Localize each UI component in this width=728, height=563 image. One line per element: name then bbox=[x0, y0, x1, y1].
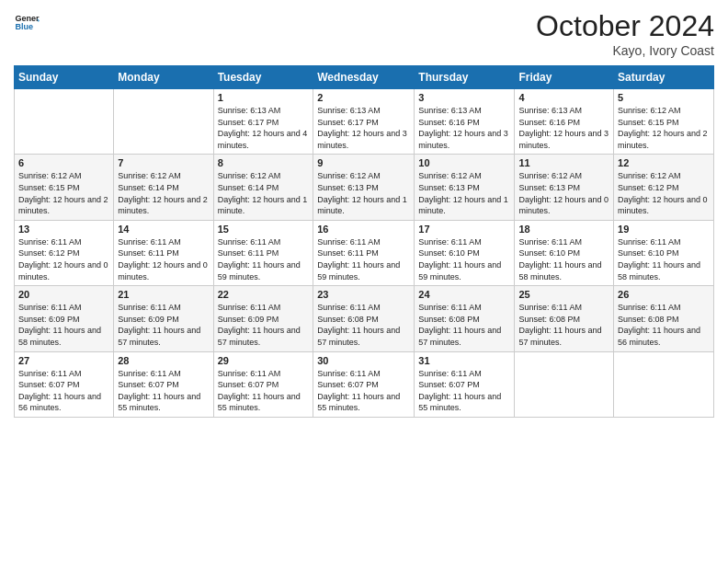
calendar-week-row: 20Sunrise: 6:11 AM Sunset: 6:09 PM Dayli… bbox=[15, 286, 714, 351]
day-info: Sunrise: 6:11 AM Sunset: 6:08 PM Dayligh… bbox=[317, 302, 410, 348]
calendar-day-cell: 27Sunrise: 6:11 AM Sunset: 6:07 PM Dayli… bbox=[15, 351, 114, 417]
day-number: 18 bbox=[518, 224, 609, 235]
calendar-day-cell: 6Sunrise: 6:12 AM Sunset: 6:15 PM Daylig… bbox=[15, 155, 114, 220]
calendar-week-row: 1Sunrise: 6:13 AM Sunset: 6:17 PM Daylig… bbox=[15, 89, 714, 155]
day-info: Sunrise: 6:11 AM Sunset: 6:08 PM Dayligh… bbox=[418, 302, 510, 348]
day-number: 19 bbox=[618, 224, 710, 235]
day-number: 30 bbox=[317, 355, 410, 366]
logo-icon: General Blue bbox=[14, 9, 40, 35]
calendar-day-cell: 28Sunrise: 6:11 AM Sunset: 6:07 PM Dayli… bbox=[114, 351, 213, 417]
calendar-day-header: Wednesday bbox=[313, 66, 415, 89]
day-number: 3 bbox=[418, 92, 510, 103]
calendar-day-cell: 19Sunrise: 6:11 AM Sunset: 6:10 PM Dayli… bbox=[614, 220, 714, 285]
day-number: 21 bbox=[118, 289, 209, 300]
day-info: Sunrise: 6:12 AM Sunset: 6:14 PM Dayligh… bbox=[218, 170, 310, 216]
day-info: Sunrise: 6:12 AM Sunset: 6:15 PM Dayligh… bbox=[618, 105, 710, 151]
calendar-day-cell: 24Sunrise: 6:11 AM Sunset: 6:08 PM Dayli… bbox=[415, 286, 515, 351]
day-info: Sunrise: 6:11 AM Sunset: 6:10 PM Dayligh… bbox=[618, 236, 710, 282]
day-info: Sunrise: 6:11 AM Sunset: 6:07 PM Dayligh… bbox=[18, 368, 109, 414]
day-number: 22 bbox=[218, 289, 310, 300]
calendar-day-cell: 2Sunrise: 6:13 AM Sunset: 6:17 PM Daylig… bbox=[313, 89, 415, 155]
day-info: Sunrise: 6:12 AM Sunset: 6:15 PM Dayligh… bbox=[18, 170, 109, 216]
day-info: Sunrise: 6:11 AM Sunset: 6:11 PM Dayligh… bbox=[118, 236, 209, 282]
logo: General Blue bbox=[14, 9, 40, 35]
page: General Blue October 2024 Kayo, Ivory Co… bbox=[0, 0, 728, 563]
calendar-day-header: Sunday bbox=[15, 66, 114, 89]
calendar-day-cell: 22Sunrise: 6:11 AM Sunset: 6:09 PM Dayli… bbox=[213, 286, 313, 351]
calendar-day-cell: 13Sunrise: 6:11 AM Sunset: 6:12 PM Dayli… bbox=[15, 220, 114, 285]
day-info: Sunrise: 6:12 AM Sunset: 6:13 PM Dayligh… bbox=[418, 170, 510, 216]
calendar-day-header: Monday bbox=[114, 66, 213, 89]
day-number: 11 bbox=[518, 157, 609, 168]
day-info: Sunrise: 6:11 AM Sunset: 6:09 PM Dayligh… bbox=[118, 302, 209, 348]
calendar-day-cell: 5Sunrise: 6:12 AM Sunset: 6:15 PM Daylig… bbox=[614, 89, 714, 155]
day-number: 7 bbox=[118, 157, 209, 168]
month-title: October 2024 bbox=[536, 9, 714, 43]
day-number: 24 bbox=[418, 289, 510, 300]
calendar-header-row: SundayMondayTuesdayWednesdayThursdayFrid… bbox=[15, 66, 714, 89]
day-number: 27 bbox=[18, 355, 109, 366]
day-number: 17 bbox=[418, 224, 510, 235]
calendar-day-cell bbox=[15, 89, 114, 155]
day-number: 13 bbox=[18, 224, 109, 235]
calendar-day-cell: 12Sunrise: 6:12 AM Sunset: 6:12 PM Dayli… bbox=[614, 155, 714, 220]
day-info: Sunrise: 6:11 AM Sunset: 6:09 PM Dayligh… bbox=[218, 302, 310, 348]
day-number: 23 bbox=[317, 289, 410, 300]
calendar-day-header: Friday bbox=[515, 66, 614, 89]
day-number: 16 bbox=[317, 224, 410, 235]
day-number: 9 bbox=[317, 157, 410, 168]
day-info: Sunrise: 6:11 AM Sunset: 6:08 PM Dayligh… bbox=[518, 302, 609, 348]
calendar-day-cell: 11Sunrise: 6:12 AM Sunset: 6:13 PM Dayli… bbox=[515, 155, 614, 220]
svg-text:General: General bbox=[15, 14, 40, 23]
day-number: 10 bbox=[418, 157, 510, 168]
calendar-table: SundayMondayTuesdayWednesdayThursdayFrid… bbox=[14, 65, 714, 418]
day-number: 12 bbox=[618, 157, 710, 168]
calendar-day-cell: 10Sunrise: 6:12 AM Sunset: 6:13 PM Dayli… bbox=[415, 155, 515, 220]
calendar-day-cell: 18Sunrise: 6:11 AM Sunset: 6:10 PM Dayli… bbox=[515, 220, 614, 285]
day-info: Sunrise: 6:11 AM Sunset: 6:10 PM Dayligh… bbox=[418, 236, 510, 282]
calendar-day-cell: 17Sunrise: 6:11 AM Sunset: 6:10 PM Dayli… bbox=[415, 220, 515, 285]
calendar-day-cell: 16Sunrise: 6:11 AM Sunset: 6:11 PM Dayli… bbox=[313, 220, 415, 285]
calendar-day-cell: 25Sunrise: 6:11 AM Sunset: 6:08 PM Dayli… bbox=[515, 286, 614, 351]
day-info: Sunrise: 6:11 AM Sunset: 6:11 PM Dayligh… bbox=[218, 236, 310, 282]
day-info: Sunrise: 6:11 AM Sunset: 6:08 PM Dayligh… bbox=[618, 302, 710, 348]
calendar-day-cell: 14Sunrise: 6:11 AM Sunset: 6:11 PM Dayli… bbox=[114, 220, 213, 285]
day-number: 4 bbox=[518, 92, 609, 103]
day-info: Sunrise: 6:13 AM Sunset: 6:16 PM Dayligh… bbox=[418, 105, 510, 151]
calendar-week-row: 6Sunrise: 6:12 AM Sunset: 6:15 PM Daylig… bbox=[15, 155, 714, 220]
calendar-day-cell: 3Sunrise: 6:13 AM Sunset: 6:16 PM Daylig… bbox=[415, 89, 515, 155]
calendar-day-cell: 4Sunrise: 6:13 AM Sunset: 6:16 PM Daylig… bbox=[515, 89, 614, 155]
calendar-day-cell: 31Sunrise: 6:11 AM Sunset: 6:07 PM Dayli… bbox=[415, 351, 515, 417]
calendar-day-cell: 29Sunrise: 6:11 AM Sunset: 6:07 PM Dayli… bbox=[213, 351, 313, 417]
day-number: 20 bbox=[18, 289, 109, 300]
day-number: 28 bbox=[118, 355, 209, 366]
calendar-day-cell: 15Sunrise: 6:11 AM Sunset: 6:11 PM Dayli… bbox=[213, 220, 313, 285]
calendar-day-cell: 7Sunrise: 6:12 AM Sunset: 6:14 PM Daylig… bbox=[114, 155, 213, 220]
day-number: 25 bbox=[518, 289, 609, 300]
day-number: 6 bbox=[18, 157, 109, 168]
svg-text:Blue: Blue bbox=[15, 22, 33, 31]
day-info: Sunrise: 6:13 AM Sunset: 6:16 PM Dayligh… bbox=[518, 105, 609, 151]
day-number: 29 bbox=[218, 355, 310, 366]
day-number: 14 bbox=[118, 224, 209, 235]
calendar-day-cell: 26Sunrise: 6:11 AM Sunset: 6:08 PM Dayli… bbox=[614, 286, 714, 351]
day-info: Sunrise: 6:11 AM Sunset: 6:07 PM Dayligh… bbox=[218, 368, 310, 414]
calendar-day-cell: 9Sunrise: 6:12 AM Sunset: 6:13 PM Daylig… bbox=[313, 155, 415, 220]
calendar-day-cell bbox=[614, 351, 714, 417]
day-info: Sunrise: 6:11 AM Sunset: 6:11 PM Dayligh… bbox=[317, 236, 410, 282]
calendar-day-cell bbox=[114, 89, 213, 155]
calendar-day-header: Tuesday bbox=[213, 66, 313, 89]
day-info: Sunrise: 6:12 AM Sunset: 6:13 PM Dayligh… bbox=[518, 170, 609, 216]
day-info: Sunrise: 6:12 AM Sunset: 6:13 PM Dayligh… bbox=[317, 170, 410, 216]
day-info: Sunrise: 6:12 AM Sunset: 6:12 PM Dayligh… bbox=[618, 170, 710, 216]
day-number: 2 bbox=[317, 92, 410, 103]
day-info: Sunrise: 6:11 AM Sunset: 6:12 PM Dayligh… bbox=[18, 236, 109, 282]
day-info: Sunrise: 6:11 AM Sunset: 6:10 PM Dayligh… bbox=[518, 236, 609, 282]
day-number: 8 bbox=[218, 157, 310, 168]
calendar-week-row: 27Sunrise: 6:11 AM Sunset: 6:07 PM Dayli… bbox=[15, 351, 714, 417]
day-info: Sunrise: 6:11 AM Sunset: 6:09 PM Dayligh… bbox=[18, 302, 109, 348]
day-info: Sunrise: 6:11 AM Sunset: 6:07 PM Dayligh… bbox=[418, 368, 510, 414]
day-info: Sunrise: 6:11 AM Sunset: 6:07 PM Dayligh… bbox=[118, 368, 209, 414]
calendar-day-cell bbox=[515, 351, 614, 417]
day-info: Sunrise: 6:11 AM Sunset: 6:07 PM Dayligh… bbox=[317, 368, 410, 414]
